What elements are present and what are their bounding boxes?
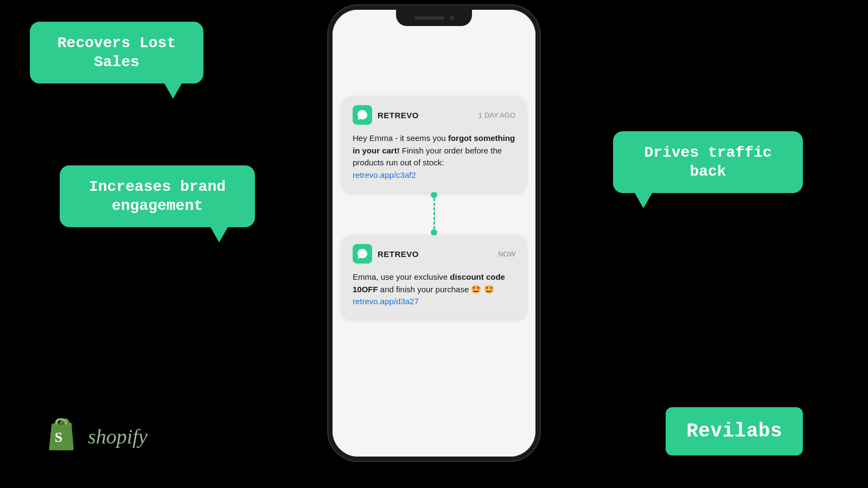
engagement-bubble: Increases brand engagement bbox=[60, 165, 255, 227]
notif-body-2: Emma, use your exclusive discount code 1… bbox=[353, 271, 515, 308]
notif-sender-2: RETREVO bbox=[378, 249, 419, 259]
connector-line bbox=[433, 198, 435, 229]
notif-icon-2 bbox=[353, 244, 372, 264]
traffic-bubble: Drives traffic back bbox=[613, 131, 803, 193]
shopify-logo: S shopify bbox=[43, 415, 148, 458]
phone-mockup: RETREVO 1 DAY AGO Hey Emma - it seems yo… bbox=[328, 5, 540, 461]
notif-time-1: 1 DAY AGO bbox=[478, 111, 515, 119]
shopify-text: shopify bbox=[88, 425, 148, 448]
notif-header-left-1: RETREVO bbox=[353, 105, 419, 125]
notif-header-2: RETREVO NOW bbox=[353, 244, 515, 264]
shopify-bag-icon: S bbox=[43, 415, 81, 458]
notch-dot bbox=[450, 16, 454, 20]
notif-body-1: Hey Emma - it seems you forgot something… bbox=[353, 132, 515, 181]
notif-header-left-2: RETREVO bbox=[353, 244, 419, 264]
phone-notch bbox=[396, 10, 472, 26]
connector-dot-top bbox=[431, 192, 437, 198]
notif-link-2[interactable]: retrevo.app/d3a27 bbox=[353, 297, 419, 306]
connector-dot-bottom bbox=[431, 229, 437, 235]
notif-icon-1 bbox=[353, 105, 372, 125]
notif-time-2: NOW bbox=[498, 250, 515, 258]
phone-screen: RETREVO 1 DAY AGO Hey Emma - it seems yo… bbox=[333, 10, 535, 457]
svg-text:S: S bbox=[55, 429, 62, 445]
notif-sender-1: RETREVO bbox=[378, 111, 419, 120]
notification-card-1: RETREVO 1 DAY AGO Hey Emma - it seems yo… bbox=[342, 97, 526, 192]
recovers-bubble: Recovers Lost Sales bbox=[30, 22, 203, 84]
connector bbox=[431, 192, 437, 235]
notch-bar bbox=[414, 16, 444, 20]
notification-card-2: RETREVO NOW Emma, use your exclusive dis… bbox=[342, 235, 526, 319]
notif-header-1: RETREVO 1 DAY AGO bbox=[353, 105, 515, 125]
revilabs-badge: Revilabs bbox=[666, 407, 803, 455]
notif-link-1[interactable]: retrevo.app/c3af2 bbox=[353, 170, 416, 179]
